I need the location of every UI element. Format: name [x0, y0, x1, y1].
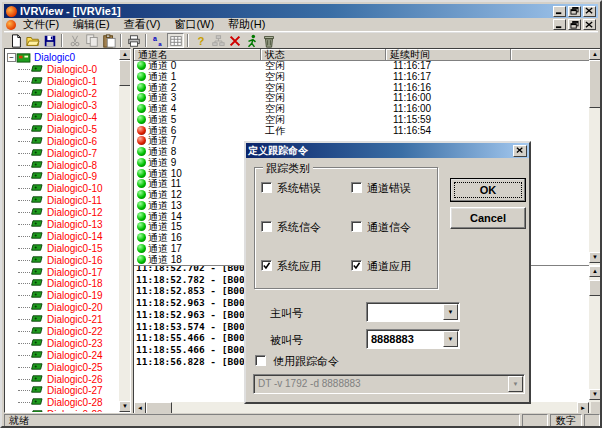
menu-item-0[interactable]: 文件(F)	[16, 18, 66, 31]
callee-number-combobox[interactable]: 8888883 ▼	[366, 329, 460, 349]
font-size-icon[interactable]: aa	[150, 33, 167, 48]
close-icon[interactable]	[513, 145, 527, 157]
tree-item-dialogic0-16[interactable]: Dialogic0-16	[5, 254, 130, 266]
collapse-icon[interactable]: −	[7, 53, 16, 62]
scroll-thumb[interactable]	[589, 280, 601, 296]
tree-item-dialogic0-20[interactable]: Dialogic0-20	[5, 302, 130, 314]
channel-name: 通道 0	[148, 61, 176, 71]
tree-item-dialogic0-21[interactable]: Dialogic0-21	[5, 314, 130, 326]
ok-button[interactable]: OK	[450, 178, 526, 202]
tree-connector	[18, 295, 30, 296]
tree-connector	[18, 367, 30, 368]
table-row[interactable]: 通道 2空闲11:16:16	[134, 83, 589, 94]
scroll-up-icon[interactable]: ▲	[119, 49, 131, 60]
delete-icon[interactable]	[226, 33, 243, 48]
tree-item-dialogic0-26[interactable]: Dialogic0-26	[5, 373, 130, 385]
trash-icon[interactable]	[260, 33, 277, 48]
tree-item-dialogic0-27[interactable]: Dialogic0-27	[5, 385, 130, 397]
channel-name: 通道 17	[148, 243, 182, 254]
run-icon[interactable]	[243, 33, 260, 48]
log-scrollbar[interactable]: ▲ ▼	[589, 266, 601, 402]
tree-item-dialogic0-23[interactable]: Dialogic0-23	[5, 337, 130, 349]
grid-icon[interactable]	[167, 33, 184, 48]
tree-item-dialogic0-0[interactable]: Dialogic0-0	[5, 64, 130, 76]
column-header-status[interactable]: 状态	[261, 49, 386, 61]
save-icon[interactable]	[41, 33, 58, 48]
close-icon[interactable]	[583, 6, 596, 17]
restore-button[interactable]	[568, 19, 581, 30]
tree-scrollbar[interactable]: ▲ ▼	[119, 49, 131, 412]
tree-root-item[interactable]: − Dialogic0	[7, 51, 130, 64]
help-icon[interactable]: ?	[192, 33, 209, 48]
menu-item-1[interactable]: 编辑(E)	[66, 18, 117, 31]
open-folder-icon[interactable]	[24, 33, 41, 48]
chevron-down-icon[interactable]: ▼	[443, 331, 458, 347]
menu-item-4[interactable]: 帮助(H)	[221, 18, 272, 31]
column-header-duration[interactable]: 延续时间	[386, 49, 511, 61]
table-row[interactable]: 通道 0空闲11:16:17	[134, 61, 589, 72]
tree-item-dialogic0-6[interactable]: Dialogic0-6	[5, 135, 130, 147]
paste-icon[interactable]	[100, 33, 117, 48]
table-row[interactable]: 通道 6工作11:16:54	[134, 126, 589, 137]
green-led-icon	[137, 212, 146, 221]
tree-item-dialogic0-25[interactable]: Dialogic0-25	[5, 361, 130, 373]
new-document-icon[interactable]	[7, 33, 24, 48]
tree-item-dialogic0-18[interactable]: Dialogic0-18	[5, 278, 130, 290]
channel-name-cell: 通道 14	[134, 211, 182, 222]
tree-item-dialogic0-4[interactable]: Dialogic0-4	[5, 112, 130, 124]
checkbox-unchecked[interactable]	[261, 221, 272, 232]
close-icon[interactable]	[583, 19, 596, 30]
column-header-channel[interactable]: 通道名	[134, 49, 261, 61]
checkbox-unchecked[interactable]	[261, 182, 272, 193]
tree-item-dialogic0-2[interactable]: Dialogic0-2	[5, 88, 130, 100]
minimize-button[interactable]	[553, 6, 566, 17]
board-icon	[31, 195, 44, 206]
scroll-thumb[interactable]	[589, 60, 601, 108]
tree-item-dialogic0-14[interactable]: Dialogic0-14	[5, 230, 130, 242]
scroll-up-icon[interactable]: ▲	[589, 49, 601, 60]
checkbox-unchecked[interactable]	[351, 182, 362, 193]
tree-item-dialogic0-19[interactable]: Dialogic0-19	[5, 290, 130, 302]
menu-item-3[interactable]: 窗口(W)	[167, 18, 221, 31]
tree-item-dialogic0-17[interactable]: Dialogic0-17	[5, 266, 130, 278]
tree-item-dialogic0-12[interactable]: Dialogic0-12	[5, 207, 130, 219]
tree-item-dialogic0-5[interactable]: Dialogic0-5	[5, 123, 130, 135]
channel-name: 通道 11	[148, 178, 181, 189]
tree-item-dialogic0-3[interactable]: Dialogic0-3	[5, 100, 130, 112]
cancel-button[interactable]: Cancel	[450, 207, 526, 229]
checkbox-unchecked[interactable]	[351, 221, 362, 232]
scroll-up-icon[interactable]: ▲	[589, 266, 601, 277]
table-row[interactable]: 通道 1空闲11:16:17	[134, 72, 589, 83]
tree-item-dialogic0-10[interactable]: Dialogic0-10	[5, 183, 130, 195]
titlebar-window-buttons	[553, 6, 596, 17]
table-row[interactable]: 通道 3空闲11:16:00	[134, 93, 589, 104]
menu-item-2[interactable]: 查看(V)	[117, 18, 168, 31]
tree-item-dialogic0-28[interactable]: Dialogic0-28	[5, 397, 130, 409]
dialog-titlebar[interactable]: 定义跟踪命令	[246, 143, 529, 158]
scroll-down-icon[interactable]: ▼	[589, 389, 601, 400]
use-trace-command-checkbox[interactable]	[255, 355, 266, 366]
chevron-down-icon[interactable]: ▼	[443, 304, 458, 320]
table-row[interactable]: 通道 5空闲11:15:59	[134, 115, 589, 126]
scroll-down-icon[interactable]: ▼	[119, 401, 131, 412]
tree-item-dialogic0-1[interactable]: Dialogic0-1	[5, 76, 130, 88]
minimize-button[interactable]	[553, 19, 566, 30]
print-icon[interactable]	[125, 33, 142, 48]
scroll-down-icon[interactable]: ▼	[589, 252, 601, 263]
tree-item-dialogic0-15[interactable]: Dialogic0-15	[5, 242, 130, 254]
tree-item-dialogic0-11[interactable]: Dialogic0-11	[5, 195, 130, 207]
tree-item-dialogic0-9[interactable]: Dialogic0-9	[5, 171, 130, 183]
checkbox-checked[interactable]	[261, 260, 272, 271]
checkbox-checked[interactable]	[351, 260, 362, 271]
tree-item-dialogic0-8[interactable]: Dialogic0-8	[5, 159, 130, 171]
column-header-empty[interactable]	[511, 49, 589, 61]
tree-item-dialogic0-7[interactable]: Dialogic0-7	[5, 147, 130, 159]
scroll-thumb[interactable]	[119, 60, 131, 86]
restore-button[interactable]	[568, 6, 581, 17]
table-row[interactable]: 通道 4空闲11:16:00	[134, 104, 589, 115]
list-scrollbar[interactable]: ▲ ▼	[589, 49, 601, 265]
caller-number-combobox[interactable]: ▼	[366, 302, 460, 322]
tree-item-dialogic0-22[interactable]: Dialogic0-22	[5, 326, 130, 338]
tree-item-dialogic0-13[interactable]: Dialogic0-13	[5, 219, 130, 231]
tree-item-dialogic0-24[interactable]: Dialogic0-24	[5, 349, 130, 361]
